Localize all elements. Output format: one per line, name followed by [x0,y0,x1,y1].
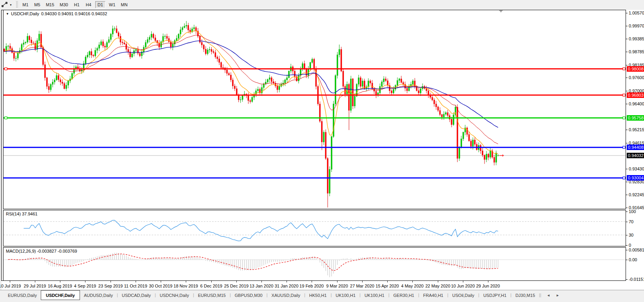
rsi-tick-dash [626,235,628,235]
timeframe-button-m30[interactable]: M30 [58,1,70,8]
rsi-tick-dash [626,212,628,212]
mt4-terminal: { "toolbar": { "timeframes": ["M1","M5",… [0,0,644,302]
price-tick-label: 0.98785 [629,49,644,54]
timeframe-button-m1[interactable]: M1 [20,1,31,8]
price-tick-dash [626,182,628,182]
rsi-chart[interactable] [4,210,626,246]
date-label: 18 Nov 2019 [174,284,198,288]
chart-tab-usdcad-daily[interactable]: USDCAD,Daily [118,291,155,299]
chart-tab-hk50-h1[interactable]: HK50,H1 [305,291,331,299]
rsi-tick-label: 30 [629,233,633,237]
price-badge-0.95758: 0.95758 [627,115,644,121]
timeframe-button-h1[interactable]: H1 [72,1,82,8]
price-badge-0.94408: 0.94408 [627,145,644,150]
timeframe-button-m15[interactable]: M15 [44,1,56,8]
candlestick-chart[interactable] [4,10,626,209]
price-tick-dash [626,39,628,39]
date-label: 23 Sep 2019 [98,284,123,288]
macd-histogram [8,253,498,277]
date-tick-mark [312,281,312,282]
price-tick-dash [626,104,628,104]
chart-tab-usdchf-daily[interactable]: USDCHF,Daily [41,290,80,300]
chart-title[interactable]: ▼ USDCHF,Daily 0.94030 0.94091 0.94016 0… [6,11,107,16]
chart-tab-uk100-h1[interactable]: UK100,H1 [332,291,359,299]
date-label: 27 Mar 2020 [350,284,374,288]
timeframe-button-m5[interactable]: M5 [32,1,42,8]
macd-chart[interactable] [4,248,626,280]
chart-tab-usdcnh-daily[interactable]: USDCNH,Daily [156,291,193,299]
price-tick-label: 0.95215 [629,127,644,132]
hline-handle[interactable] [623,117,625,119]
timeframe-button-mn[interactable]: MN [119,1,129,8]
date-label: 16 Aug 2019 [48,284,72,288]
rsi-tick-label: 70 [629,219,633,224]
date-tick-mark [35,281,35,282]
date-label: 19 Feb 2020 [299,284,324,288]
hline-handle[interactable] [5,68,7,70]
rsi-panel[interactable]: RSI(14) 37.9461 [3,210,626,246]
hline-handle[interactable] [623,177,625,179]
hline-handle[interactable] [623,146,625,148]
price-tick-dash [626,52,628,52]
chart-mode-icon[interactable] [1,1,9,8]
chart-quotes-label: 0.94030 0.94091 0.94016 0.94032 [41,11,107,16]
date-label: 29 Jul 2019 [24,284,46,288]
price-tick-label: 0.99385 [629,36,644,41]
chart-tab-usdjpy-h1[interactable]: USDJPY,H1 [479,291,510,299]
hline-handle[interactable] [623,94,625,96]
price-tick-label: 0.97600 [629,75,644,80]
chart-tab-gbpusd-m30[interactable]: GBPUSD,M30 [231,291,267,299]
rsi-tick-dash [626,245,628,246]
chevron-down-icon[interactable]: ▼ [6,12,9,16]
macd-panel[interactable]: MACD(12,26,9) -0.003827 -0.003769 [3,247,626,281]
date-tick-mark [161,281,161,282]
price-tick-label: 0.93430 [629,166,644,171]
chart-tab-eurusd-daily[interactable]: EURUSD,Daily [4,291,41,299]
date-label: 10 Jun 2020 [451,284,475,288]
chart-tab-dj30-m15[interactable]: DJ30,M15 [512,291,539,299]
date-axis[interactable]: 10 Jul 201929 Jul 201916 Aug 20194 Sep 2… [2,281,644,290]
chart-tab-ger30-h1[interactable]: GER30,H1 [390,291,418,299]
date-tick-mark [337,281,337,282]
date-label: 4 Sep 2019 [74,284,96,288]
hline-handle[interactable] [623,68,625,70]
toolbar-grip[interactable] [15,1,18,8]
price-tick-dash [626,13,628,13]
window-frame-left-outer [1,10,2,281]
price-tick-label: 0.92245 [629,192,644,197]
date-tick-mark [438,281,438,282]
chevron-down-icon[interactable]: ▼ [9,4,12,6]
chart-tab-usoil-daily[interactable]: USOil,Daily [448,291,478,299]
price-tick-dash [626,195,628,195]
date-label: 4 May 2020 [401,284,423,288]
date-tick-mark [136,281,136,282]
chart-tab-uk100-h1[interactable]: UK100,H1 [361,291,388,299]
chart-tab-eurusd-m15[interactable]: EURUSD,M15 [194,291,230,299]
price-badge-0.93004: 0.93004 [627,175,644,181]
date-label: 10 Jul 2019 [0,284,21,288]
date-label: 22 May 2020 [425,284,450,288]
date-tick-mark [111,281,111,282]
date-tick-mark [412,281,413,282]
tab-scroll-arrows[interactable]: ◄ ► [547,293,562,297]
date-tick-mark [85,281,85,282]
price-arrow-marker [499,154,504,157]
date-label: 30 Oct 2019 [149,284,172,288]
date-tick-mark [186,281,186,282]
chart-tab-fra40-h1[interactable]: FRA40,H1 [419,291,447,299]
price-axis[interactable]: 1.005700.999700.993850.987850.981850.976… [626,10,644,281]
timeframe-buttons: M1M5M15M30H1H4D1W1MN [20,1,130,8]
chart-tab-xauusd-daily[interactable]: XAUUSD,Daily [268,291,304,299]
timeframe-button-d1[interactable]: D1 [95,1,105,8]
date-tick-mark [10,281,10,282]
price-chart-panel[interactable]: ▼ USDCHF,Daily 0.94030 0.94091 0.94016 0… [3,10,626,209]
chart-symbol-label: USDCHF,Daily [11,11,39,16]
macd-signal-line [8,254,498,271]
hline-handle[interactable] [5,117,7,119]
autoscroll-marker-icon[interactable] [499,10,503,13]
date-tick-mark [287,281,287,282]
rsi-label: RSI(14) 37.9461 [6,212,38,216]
timeframe-button-h4[interactable]: H4 [83,1,94,8]
chart-tab-audusd-daily[interactable]: AUDUSD,Daily [80,291,117,299]
timeframe-button-w1[interactable]: W1 [107,1,118,8]
